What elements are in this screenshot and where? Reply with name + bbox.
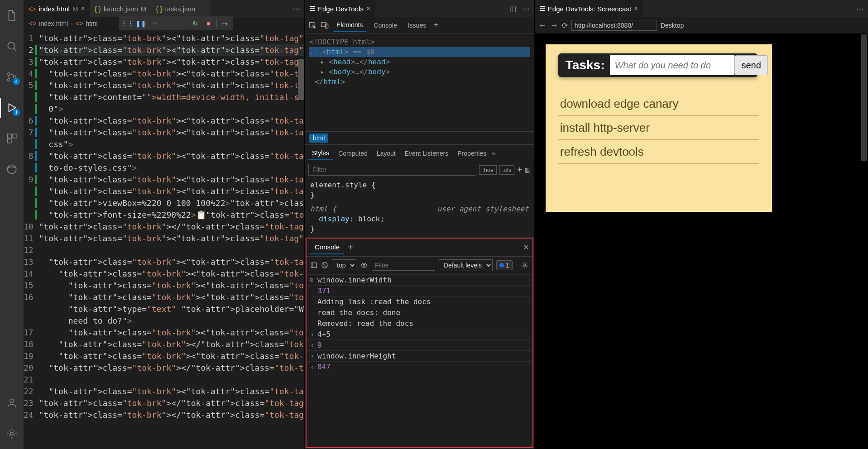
- edge-tools-icon[interactable]: [0, 159, 24, 179]
- element-style-rule[interactable]: element.style {}: [310, 180, 529, 200]
- run-debug-icon[interactable]: 1: [0, 98, 24, 118]
- close-icon[interactable]: ×: [366, 5, 370, 13]
- code-editor[interactable]: 123456789101112131415161718192021222324 …: [24, 30, 304, 449]
- scrollbar-thumb[interactable]: [861, 34, 867, 161]
- clear-console-icon[interactable]: [321, 262, 328, 269]
- back-icon[interactable]: ←: [538, 21, 547, 30]
- accounts-icon[interactable]: [0, 393, 24, 413]
- html-rule[interactable]: user agent stylesheet html { display: bl…: [310, 202, 529, 234]
- dom-html-close[interactable]: </html>: [309, 77, 530, 87]
- styles-tab-btn[interactable]: Styles: [308, 147, 333, 160]
- more-tabs-icon[interactable]: »: [492, 150, 495, 157]
- console-log-line[interactable]: 9: [307, 339, 532, 350]
- scrollbar-thumb[interactable]: [298, 59, 304, 100]
- context-select[interactable]: top: [332, 259, 356, 271]
- task-input[interactable]: [610, 55, 734, 75]
- modified-marker: M: [72, 5, 78, 13]
- cls-toggle[interactable]: .cls: [499, 165, 515, 175]
- tab-overflow-icon[interactable]: ⋯: [852, 0, 868, 17]
- step-over-icon[interactable]: ↷: [149, 18, 160, 29]
- console-log-line[interactable]: window.innerWidth: [307, 274, 532, 285]
- split-editor-icon[interactable]: ◫⋯: [505, 0, 534, 17]
- layout-tab-btn[interactable]: Layout: [373, 147, 399, 160]
- task-item[interactable]: download edge canary: [558, 92, 759, 116]
- close-drawer-icon[interactable]: ×: [523, 242, 529, 253]
- send-button[interactable]: send: [734, 55, 767, 75]
- styles-filter-row: :hov .cls + ▦: [305, 162, 534, 177]
- elements-tab[interactable]: Elements: [333, 19, 366, 32]
- live-expression-icon[interactable]: [360, 262, 368, 269]
- console-drawer-tab[interactable]: Console: [310, 240, 344, 254]
- tab-overflow-icon[interactable]: ⋯: [288, 0, 304, 17]
- tab-screencast[interactable]: ☰Edge DevTools: Screencast×: [535, 0, 643, 17]
- console-output[interactable]: window.innerWidth371Adding Task :read th…: [307, 274, 532, 447]
- tab-index-html[interactable]: <>index.htmlM×: [24, 0, 90, 17]
- screencast-viewport[interactable]: Tasks: send download edge canaryinstall …: [535, 33, 868, 449]
- task-item[interactable]: install http-server: [558, 116, 759, 140]
- extensions-icon[interactable]: [0, 129, 24, 148]
- new-style-icon[interactable]: +: [517, 165, 522, 175]
- console-log-line[interactable]: read the docs: done: [307, 307, 532, 318]
- computed-tab-btn[interactable]: Computed: [335, 147, 371, 160]
- close-icon[interactable]: ×: [81, 5, 85, 13]
- hov-toggle[interactable]: :hov: [479, 165, 497, 175]
- console-sidebar-icon[interactable]: [310, 262, 317, 269]
- add-drawer-tab-icon[interactable]: +: [348, 242, 353, 253]
- breadcrumb-element[interactable]: html: [86, 20, 97, 27]
- style-rules[interactable]: element.style {} user agent stylesheet h…: [305, 177, 534, 237]
- restart-icon[interactable]: ↻: [189, 18, 201, 29]
- url-input[interactable]: [571, 20, 657, 31]
- console-log-line[interactable]: 371: [307, 285, 532, 296]
- dom-html-node[interactable]: ...<html> == $0: [309, 47, 530, 57]
- add-tab-icon[interactable]: +: [433, 20, 439, 30]
- code-content[interactable]: "tok-attr">class="tok-brk"><"tok-attr">c…: [39, 30, 304, 449]
- console-log-line[interactable]: 847: [307, 361, 532, 372]
- drag-handle-icon[interactable]: ⋮⋮: [121, 18, 133, 29]
- stop-icon[interactable]: ■: [203, 18, 215, 29]
- console-log-line[interactable]: Adding Task :read the docs: [307, 296, 532, 307]
- dom-breadcrumb[interactable]: html: [305, 131, 534, 145]
- source-control-icon[interactable]: 4: [0, 67, 24, 87]
- console-log-line[interactable]: Removed: read the docs: [307, 318, 532, 329]
- activity-bar: 4 1: [0, 0, 24, 449]
- console-log-line[interactable]: window.innerHeight: [307, 350, 532, 361]
- inspect-element-icon[interactable]: [308, 21, 317, 29]
- device-toggle-icon[interactable]: [320, 21, 329, 29]
- styles-filter-input[interactable]: [308, 164, 476, 176]
- step-into-icon[interactable]: ↓: [162, 18, 174, 29]
- close-icon[interactable]: ×: [634, 5, 638, 13]
- settings-gear-icon[interactable]: [0, 424, 24, 444]
- dom-body-node[interactable]: ▸ <body>…</body>: [309, 67, 530, 77]
- listeners-tab-btn[interactable]: Event Listeners: [401, 147, 452, 160]
- tab-tasks-json[interactable]: { }tasks.json: [151, 0, 210, 17]
- log-levels-select[interactable]: Default levels: [439, 259, 493, 271]
- svg-point-7: [7, 165, 16, 174]
- svg-point-1: [8, 73, 10, 75]
- tab-edge-devtools[interactable]: ☰Edge DevTools×: [305, 0, 375, 17]
- dom-doctype[interactable]: <!DOCTYPE html>: [309, 37, 530, 47]
- console-settings-icon[interactable]: [521, 261, 529, 269]
- tab-label: tasks.json: [165, 5, 196, 13]
- forward-icon[interactable]: →: [550, 21, 558, 30]
- explorer-icon[interactable]: [0, 5, 24, 25]
- issues-badge[interactable]: 1: [496, 260, 513, 270]
- flexbox-editor-icon[interactable]: ▦: [525, 166, 531, 173]
- pause-icon[interactable]: ❚❚: [135, 18, 147, 29]
- console-log-line[interactable]: 4+5: [307, 329, 532, 339]
- task-item[interactable]: refresh devtools: [558, 140, 759, 164]
- search-icon[interactable]: [0, 36, 24, 56]
- screencast-toggle-icon[interactable]: ▭: [219, 18, 230, 29]
- dom-head-node[interactable]: ▸ <head>…</head>: [309, 57, 530, 67]
- task-list: download edge canaryinstall http-serverr…: [558, 92, 759, 164]
- modified-marker: M: [141, 5, 147, 13]
- step-out-icon[interactable]: ↑: [176, 18, 187, 29]
- breadcrumb-file[interactable]: index.html: [39, 20, 68, 27]
- viewport-mode[interactable]: Desktop: [661, 22, 684, 29]
- properties-tab-btn[interactable]: Properties: [454, 147, 490, 160]
- tab-launch-json[interactable]: { }launch.jsonM: [90, 0, 152, 17]
- issues-tab[interactable]: Issues: [404, 19, 430, 32]
- reload-icon[interactable]: ⟳: [562, 21, 568, 30]
- dom-tree[interactable]: <!DOCTYPE html> ...<html> == $0 ▸ <head>…: [305, 33, 534, 91]
- console-tab[interactable]: Console: [370, 19, 400, 32]
- console-filter-input[interactable]: [372, 260, 435, 271]
